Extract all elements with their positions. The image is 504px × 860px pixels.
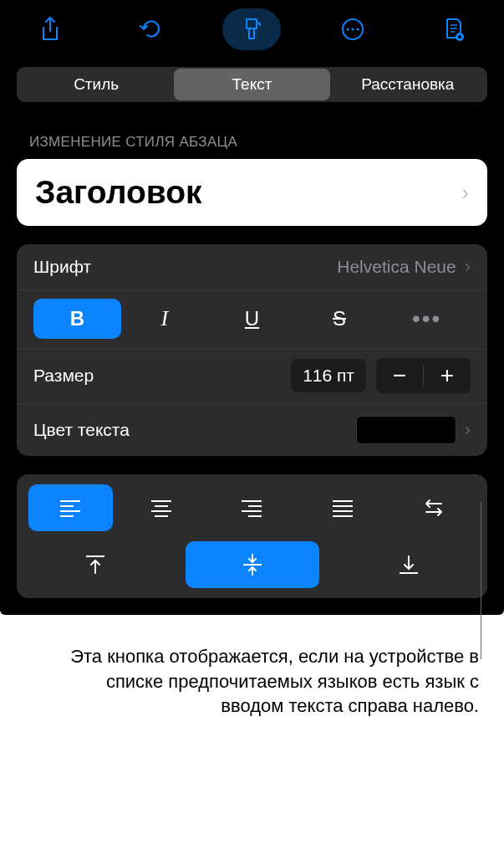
size-stepper: − + <box>376 358 471 393</box>
share-button[interactable] <box>21 8 79 50</box>
valign-top-button[interactable] <box>28 541 162 588</box>
svg-point-8 <box>458 35 461 38</box>
font-label: Шрифт <box>33 257 337 277</box>
more-icon <box>340 17 365 42</box>
alignment-group <box>17 474 487 598</box>
callout-text: Эта кнопка отображается, если на устройс… <box>0 615 504 719</box>
document-options-button[interactable] <box>425 8 483 50</box>
svg-point-1 <box>347 28 349 31</box>
size-increase-button[interactable]: + <box>424 358 471 393</box>
text-color-label: Цвет текста <box>33 420 356 440</box>
inspector-tabs: Стиль Текст Расстановка <box>17 67 487 102</box>
text-direction-button[interactable] <box>391 484 476 531</box>
svg-point-3 <box>357 28 359 31</box>
bold-button[interactable]: B <box>33 299 121 339</box>
valign-middle-icon <box>241 553 264 576</box>
size-row: Размер 116 пт − + <box>17 350 487 404</box>
tab-arrange[interactable]: Расстановка <box>330 69 486 100</box>
align-right-icon <box>240 499 263 517</box>
align-left-button[interactable] <box>28 484 113 531</box>
chevron-right-icon: › <box>461 180 469 206</box>
vertical-align-row <box>28 541 476 588</box>
tab-text[interactable]: Текст <box>174 69 329 100</box>
text-settings-group: Шрифт Helvetica Neue › B I U S ••• Разме… <box>17 244 487 456</box>
underline-button[interactable]: U <box>208 299 296 339</box>
undo-button[interactable] <box>122 8 181 50</box>
valign-bottom-icon <box>397 553 420 576</box>
svg-point-2 <box>352 28 354 31</box>
paragraph-style-header: Изменение стиля абзаца <box>0 119 504 159</box>
valign-bottom-button[interactable] <box>342 541 476 588</box>
text-color-swatch <box>356 416 456 444</box>
share-icon <box>39 16 61 43</box>
callout-wrapper: Эта кнопка отображается, если на устройс… <box>0 615 504 719</box>
font-row[interactable]: Шрифт Helvetica Neue › <box>17 244 487 290</box>
align-justify-icon <box>331 499 354 517</box>
text-direction-icon <box>421 498 446 518</box>
document-options-icon <box>442 17 466 42</box>
callout-leader-line <box>481 502 481 659</box>
align-justify-button[interactable] <box>301 484 385 531</box>
text-format-row: B I U S ••• <box>17 290 487 350</box>
chevron-right-icon: › <box>465 256 471 278</box>
paragraph-style-name: Заголовок <box>35 174 202 211</box>
align-center-button[interactable] <box>120 484 204 531</box>
text-format-more-button[interactable]: ••• <box>383 299 471 339</box>
size-decrease-button[interactable]: − <box>376 358 423 393</box>
italic-button[interactable]: I <box>121 299 209 339</box>
paragraph-style-selector[interactable]: Заголовок › <box>17 159 487 226</box>
valign-top-icon <box>84 553 107 576</box>
inspector-panel: Стиль Текст Расстановка Изменение стиля … <box>0 0 504 615</box>
align-center-icon <box>150 499 173 517</box>
align-right-button[interactable] <box>210 484 294 531</box>
size-label: Размер <box>33 366 281 386</box>
valign-middle-button[interactable] <box>186 541 319 588</box>
undo-icon <box>139 17 164 42</box>
size-value[interactable]: 116 пт <box>291 359 366 392</box>
more-button[interactable] <box>323 8 382 50</box>
strikethrough-button[interactable]: S <box>296 299 384 339</box>
align-left-icon <box>59 499 82 517</box>
font-value: Helvetica Neue <box>337 257 456 277</box>
format-button[interactable] <box>222 8 281 50</box>
tab-style[interactable]: Стиль <box>18 69 174 100</box>
chevron-right-icon: › <box>465 419 471 441</box>
format-brush-icon <box>240 17 263 42</box>
horizontal-align-row <box>28 484 476 531</box>
top-toolbar <box>0 0 504 67</box>
text-color-row[interactable]: Цвет текста › <box>17 404 487 456</box>
